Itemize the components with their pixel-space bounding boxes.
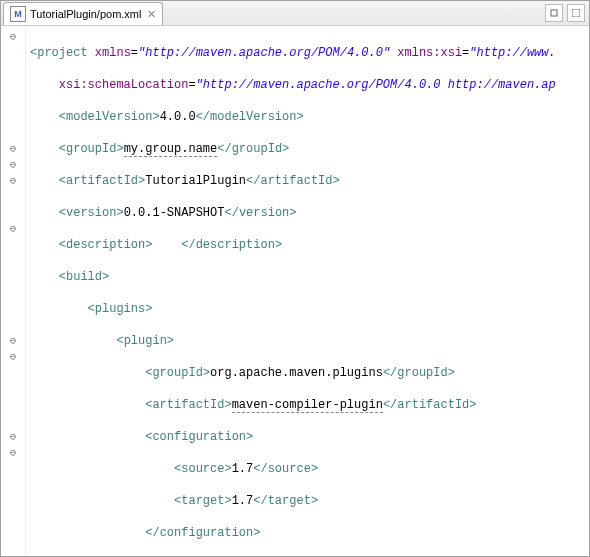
svg-rect-1 <box>572 9 580 17</box>
xml-source[interactable]: <project xmlns="http://maven.apache.org/… <box>26 26 589 556</box>
fold-toggle[interactable]: ⊖ <box>8 432 19 443</box>
code-area: ⊖ ⊖ ⊖ ⊖ ⊖ ⊖ ⊖ ⊖ ⊖ <box>1 26 589 556</box>
fold-toggle[interactable]: ⊖ <box>8 352 19 363</box>
editor-window: M TutorialPlugin/pom.xml ✕ ⊖ ⊖ ⊖ ⊖ ⊖ <box>0 0 590 557</box>
tab-pom-xml[interactable]: M TutorialPlugin/pom.xml ✕ <box>3 2 163 25</box>
fold-toggle[interactable]: ⊖ <box>8 176 19 187</box>
fold-toggle[interactable]: ⊖ <box>8 160 19 171</box>
fold-toggle[interactable]: ⊖ <box>8 224 19 235</box>
minimize-button[interactable] <box>545 4 563 22</box>
fold-toggle[interactable]: ⊖ <box>8 336 19 347</box>
fold-toggle[interactable]: ⊖ <box>8 32 19 43</box>
fold-toggle[interactable]: ⊖ <box>8 448 19 459</box>
fold-toggle[interactable]: ⊖ <box>8 144 19 155</box>
maximize-button[interactable] <box>567 4 585 22</box>
tab-label: TutorialPlugin/pom.xml <box>30 8 141 20</box>
svg-rect-0 <box>551 10 557 16</box>
folding-gutter: ⊖ ⊖ ⊖ ⊖ ⊖ ⊖ ⊖ ⊖ ⊖ <box>1 26 26 556</box>
close-icon[interactable]: ✕ <box>147 8 156 21</box>
tab-bar: M TutorialPlugin/pom.xml ✕ <box>1 1 589 26</box>
maven-file-icon: M <box>10 6 26 22</box>
tab-toolbar <box>545 4 585 22</box>
